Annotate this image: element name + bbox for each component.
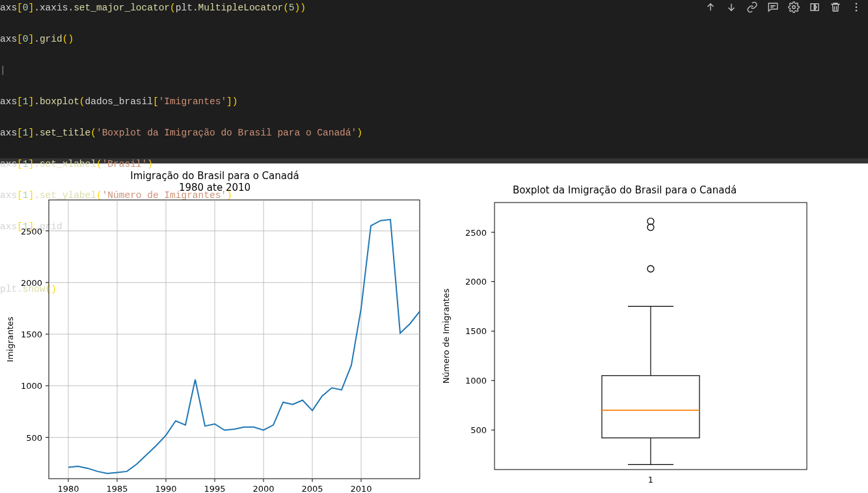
- svg-point-62: [647, 266, 654, 272]
- svg-text:1500: 1500: [465, 326, 487, 336]
- arrow-down-icon[interactable]: [725, 1, 738, 18]
- svg-text:2000: 2000: [252, 484, 274, 493]
- comment-icon[interactable]: [766, 1, 780, 18]
- svg-text:2500: 2500: [465, 228, 487, 238]
- trash-icon[interactable]: [829, 1, 842, 18]
- svg-point-5: [856, 10, 858, 12]
- arrow-up-icon[interactable]: [704, 1, 717, 18]
- svg-rect-6: [49, 200, 420, 479]
- line-chart: Imigração do Brasil para o Canadá 1980 a…: [0, 170, 429, 493]
- svg-text:1990: 1990: [155, 484, 176, 493]
- svg-rect-1: [811, 4, 814, 11]
- svg-text:Número de Imigrantes: Número de Imigrantes: [441, 289, 451, 384]
- svg-text:1980: 1980: [57, 484, 79, 493]
- svg-point-3: [856, 3, 858, 5]
- cell-toolbar: [704, 1, 863, 18]
- svg-point-0: [793, 6, 796, 9]
- chart-title-2: Boxplot da Imigração do Brasil para o Ca…: [429, 184, 820, 196]
- svg-text:1000: 1000: [21, 381, 42, 391]
- svg-text:2500: 2500: [21, 227, 42, 236]
- svg-text:1985: 1985: [106, 484, 128, 493]
- link-icon[interactable]: [746, 1, 759, 18]
- chart-subtitle-1: 1980 ate 2010: [0, 182, 429, 193]
- svg-text:1: 1: [648, 475, 653, 485]
- svg-text:Imigrantes: Imigrantes: [5, 317, 15, 362]
- code-cell[interactable]: axs[0].xaxis.set_major_locator(plt.Multi…: [0, 0, 868, 158]
- svg-text:2005: 2005: [301, 484, 323, 493]
- svg-text:2000: 2000: [21, 278, 42, 288]
- output-area: Imigração do Brasil para o Canadá 1980 a…: [0, 163, 868, 493]
- gear-icon[interactable]: [787, 1, 800, 18]
- svg-text:1000: 1000: [465, 376, 487, 386]
- svg-rect-60: [602, 376, 699, 438]
- svg-text:500: 500: [26, 433, 42, 443]
- chart-title-1: Imigração do Brasil para o Canadá: [0, 170, 429, 182]
- svg-text:500: 500: [470, 425, 487, 435]
- svg-text:2010: 2010: [350, 484, 372, 493]
- more-icon[interactable]: [850, 1, 863, 18]
- mirror-icon[interactable]: [808, 1, 821, 18]
- box-plot: Boxplot da Imigração do Brasil para o Ca…: [429, 170, 820, 493]
- svg-point-4: [856, 7, 858, 8]
- svg-text:1500: 1500: [21, 330, 42, 339]
- svg-text:1995: 1995: [204, 484, 225, 493]
- svg-text:2000: 2000: [465, 277, 487, 287]
